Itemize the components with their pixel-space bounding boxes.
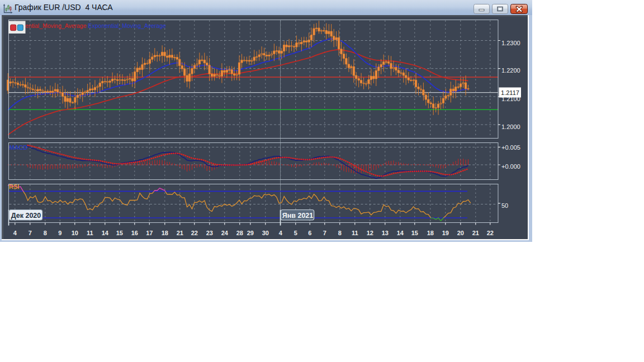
svg-text:Янв 2021: Янв 2021 bbox=[282, 212, 314, 220]
svg-text:14: 14 bbox=[397, 230, 404, 236]
svg-text:21: 21 bbox=[472, 230, 479, 236]
svg-text:7: 7 bbox=[323, 230, 326, 236]
svg-text:7: 7 bbox=[29, 230, 32, 236]
svg-text:23: 23 bbox=[206, 230, 213, 236]
svg-text:50: 50 bbox=[501, 202, 508, 209]
svg-text:4: 4 bbox=[13, 230, 17, 236]
svg-text:9: 9 bbox=[58, 230, 61, 236]
svg-text:1.2000: 1.2000 bbox=[501, 123, 520, 130]
svg-text:15: 15 bbox=[116, 230, 123, 236]
svg-text:6: 6 bbox=[308, 230, 311, 236]
svg-text:13: 13 bbox=[382, 230, 389, 236]
svg-text:ential_Moving_Average: ential_Moving_Average bbox=[25, 22, 87, 29]
svg-text:10: 10 bbox=[72, 230, 78, 236]
svg-text:16: 16 bbox=[131, 230, 138, 236]
svg-text:1.2300: 1.2300 bbox=[501, 40, 520, 46]
svg-text:4: 4 bbox=[279, 230, 283, 236]
svg-text:1.2200: 1.2200 bbox=[501, 67, 520, 74]
svg-text:24: 24 bbox=[221, 230, 229, 236]
svg-text:21: 21 bbox=[177, 230, 183, 236]
svg-text:22: 22 bbox=[487, 230, 494, 236]
svg-text:18: 18 bbox=[427, 230, 434, 236]
svg-text:15: 15 bbox=[411, 230, 418, 236]
svg-text:18: 18 bbox=[162, 230, 168, 236]
svg-text:29: 29 bbox=[247, 230, 254, 236]
svg-text:RSI: RSI bbox=[9, 183, 19, 190]
svg-text:19: 19 bbox=[442, 230, 449, 236]
svg-text:14: 14 bbox=[102, 230, 109, 236]
svg-text:+0.005: +0.005 bbox=[501, 144, 520, 151]
svg-text:Exponential_Moving_Average: Exponential_Moving_Average bbox=[88, 22, 166, 29]
svg-text:28: 28 bbox=[236, 230, 243, 236]
svg-text:8: 8 bbox=[44, 230, 47, 236]
svg-text:30: 30 bbox=[262, 230, 269, 236]
svg-text:+0.000: +0.000 bbox=[501, 163, 520, 170]
svg-text:20: 20 bbox=[457, 230, 464, 236]
svg-text:17: 17 bbox=[146, 230, 153, 236]
svg-text:11: 11 bbox=[87, 230, 93, 236]
svg-text:MACD: MACD bbox=[10, 144, 28, 151]
svg-text:22: 22 bbox=[191, 230, 198, 236]
svg-text:8: 8 bbox=[338, 230, 342, 236]
svg-text:12: 12 bbox=[367, 230, 373, 236]
svg-text:1.2117: 1.2117 bbox=[501, 89, 519, 96]
svg-text:5: 5 bbox=[294, 230, 297, 236]
svg-text:11: 11 bbox=[352, 230, 358, 236]
svg-text:Дек 2020: Дек 2020 bbox=[11, 212, 41, 220]
